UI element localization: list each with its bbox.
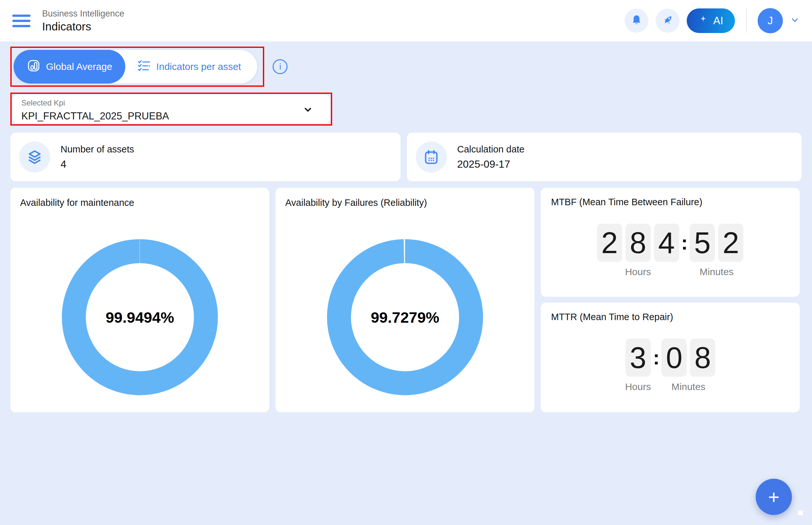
- donut-value: 99.7279%: [371, 309, 439, 326]
- annotation-box-tabs: Global Average Indicators per asset: [10, 47, 264, 87]
- mtbf-minutes-group: 52 Minutes: [690, 224, 743, 278]
- calculation-date-card: Calculation date 2025-09-17: [407, 133, 802, 181]
- summary-title: Number of assets: [61, 144, 134, 155]
- chart-title: Availability for maintenance: [20, 197, 260, 208]
- selected-kpi-dropdown[interactable]: Selected Kpi KPI_FRACTTAL_2025_PRUEBA: [13, 95, 330, 123]
- page-title: Indicators: [42, 20, 124, 33]
- plus-icon: +: [768, 486, 779, 508]
- summary-title: Calculation date: [457, 144, 525, 155]
- digit-tile: 3: [625, 339, 651, 377]
- availability-failures-card: Availability by Failures (Reliability) 9…: [276, 188, 534, 412]
- info-icon[interactable]: i: [272, 59, 287, 74]
- digit-tiles: 284: [597, 224, 679, 262]
- time-separator: :: [653, 339, 660, 377]
- calendar-icon: [416, 141, 447, 172]
- main-content: Global Average Indicators per asset i: [0, 42, 812, 412]
- time-separator: :: [681, 224, 688, 262]
- mttr-digits-row: 3 Hours : 08 Minutes: [551, 339, 789, 392]
- number-of-assets-card: Number of assets 4: [10, 133, 400, 181]
- hours-label: Hours: [625, 381, 651, 392]
- summary-row: Number of assets 4 Calculation date 202: [10, 133, 802, 181]
- digit-tile: 8: [625, 224, 651, 262]
- bar-chart-icon: [27, 59, 41, 75]
- hours-label: Hours: [625, 266, 651, 278]
- annotation-box-kpi: Selected Kpi KPI_FRACTTAL_2025_PRUEBA: [10, 93, 332, 125]
- app-header: Business Intelligence Indicators: [0, 0, 812, 42]
- summary-text: Calculation date 2025-09-17: [457, 144, 525, 170]
- mttr-card: MTTR (Mean Time to Repair) 3 Hours : 08 …: [541, 303, 800, 412]
- avatar[interactable]: J: [758, 8, 783, 33]
- ai-assistant-button[interactable]: AI: [687, 9, 735, 33]
- chevron-down-icon[interactable]: [303, 105, 313, 116]
- donut-chart-maintenance: 99.9494%: [61, 238, 219, 396]
- digit-tiles: 3: [625, 339, 651, 377]
- tab-global-average[interactable]: Global Average: [14, 50, 125, 84]
- tab-indicators-per-asset[interactable]: Indicators per asset: [125, 50, 257, 84]
- donut-value: 99.9494%: [105, 309, 174, 326]
- tab-global-average-label: Global Average: [46, 61, 112, 72]
- metrics-column: MTBF (Mean Time Between Failure) 284 Hou…: [541, 188, 800, 412]
- summary-text: Number of assets 4: [61, 144, 134, 170]
- availability-maintenance-card: Availability for maintenance 99.9494%: [10, 188, 269, 412]
- kpi-selector-row: Selected Kpi KPI_FRACTTAL_2025_PRUEBA: [10, 93, 802, 125]
- selected-kpi-value: KPI_FRACTTAL_2025_PRUEBA: [21, 110, 330, 122]
- avatar-initial: J: [768, 15, 773, 27]
- digit-tile: 2: [718, 224, 743, 262]
- donut-chart-reliability: 99.7279%: [326, 238, 484, 396]
- mtbf-title: MTBF (Mean Time Between Failure): [551, 197, 789, 208]
- mtbf-hours-group: 284 Hours: [597, 224, 679, 278]
- sparkle-icon: [698, 15, 708, 27]
- minutes-label: Minutes: [700, 266, 734, 278]
- selected-kpi-label: Selected Kpi: [21, 99, 330, 107]
- add-button[interactable]: +: [756, 479, 792, 515]
- bell-icon: [630, 14, 643, 28]
- rocket-icon: [661, 14, 674, 28]
- breadcrumb: Business Intelligence: [42, 9, 124, 19]
- tab-indicators-per-asset-label: Indicators per asset: [157, 61, 241, 72]
- stack-icon: [19, 141, 50, 172]
- digit-tile: 8: [690, 339, 715, 377]
- menu-icon[interactable]: [12, 15, 30, 27]
- digit-tiles: 52: [690, 224, 743, 262]
- view-toggle: Global Average Indicators per asset: [14, 50, 257, 84]
- scrollbar-corner: [798, 510, 803, 515]
- digit-tile: 2: [597, 224, 622, 262]
- mttr-title: MTTR (Mean Time to Repair): [551, 312, 789, 322]
- header-right: AI J: [624, 8, 800, 33]
- account-menu-chevron[interactable]: [790, 15, 800, 26]
- summary-value: 2025-09-17: [457, 158, 525, 170]
- header-left: Business Intelligence Indicators: [12, 9, 124, 33]
- notifications-button[interactable]: [624, 9, 649, 33]
- mttr-hours-group: 3 Hours: [625, 339, 651, 392]
- digit-tile: 4: [654, 224, 679, 262]
- summary-value: 4: [61, 158, 134, 170]
- header-divider: [746, 9, 747, 33]
- mtbf-digits-row: 284 Hours : 52 Minutes: [551, 224, 789, 278]
- whats-new-button[interactable]: [655, 9, 680, 33]
- ai-button-label: AI: [713, 15, 723, 27]
- mttr-minutes-group: 08 Minutes: [662, 339, 715, 392]
- title-block: Business Intelligence Indicators: [42, 9, 124, 33]
- checklist-icon: [137, 59, 151, 75]
- minutes-label: Minutes: [671, 381, 706, 392]
- chart-title: Availability by Failures (Reliability): [285, 197, 525, 208]
- digit-tile: 0: [662, 339, 687, 377]
- view-toggle-row: Global Average Indicators per asset i: [10, 47, 802, 87]
- mtbf-card: MTBF (Mean Time Between Failure) 284 Hou…: [541, 188, 800, 297]
- digit-tile: 5: [690, 224, 715, 262]
- digit-tiles: 08: [662, 339, 715, 377]
- charts-row: Availability for maintenance 99.9494% Av…: [10, 188, 802, 412]
